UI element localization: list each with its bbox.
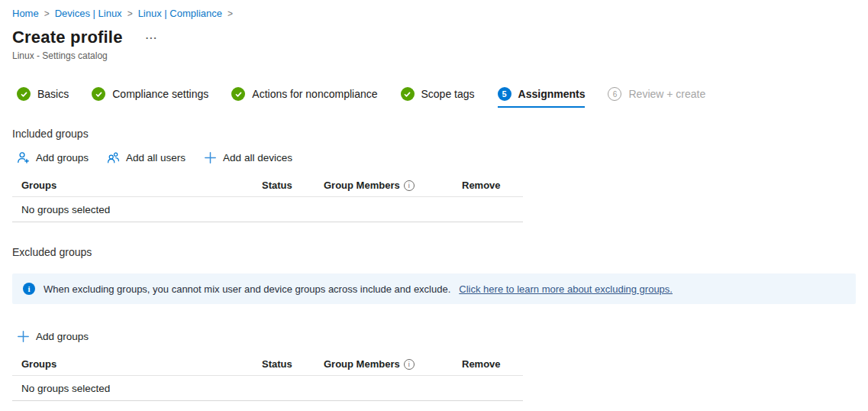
excluded-groups-label: Excluded groups [12, 246, 856, 258]
breadcrumb-separator: > [44, 8, 50, 19]
add-groups-label: Add groups [36, 331, 89, 342]
column-header-groups: Groups [12, 180, 262, 191]
column-header-status: Status [262, 358, 324, 370]
step-label: Assignments [518, 88, 586, 100]
breadcrumb: Home > Devices | Linux > Linux | Complia… [12, 8, 856, 19]
more-options-ellipsis-icon[interactable]: ··· [146, 33, 158, 43]
plus-icon [204, 151, 217, 164]
column-header-remove: Remove [462, 180, 523, 191]
page-title: Create profile [12, 28, 123, 47]
step-label: Scope tags [421, 88, 475, 100]
banner-text: When excluding groups, you cannot mix us… [44, 283, 450, 295]
column-header-remove: Remove [462, 358, 523, 370]
plus-icon [17, 330, 30, 343]
table-header: Groups Status Group Members i Remove [12, 353, 523, 376]
empty-state-text: No groups selected [12, 383, 110, 394]
column-header-status: Status [262, 180, 324, 191]
tab-compliance-settings[interactable]: Compliance settings [92, 87, 208, 108]
column-header-group-members: Group Members i [324, 358, 462, 370]
empty-state-text: No groups selected [12, 204, 110, 215]
breadcrumb-home[interactable]: Home [12, 8, 39, 19]
step-number-badge: 6 [608, 87, 621, 101]
person-add-icon [17, 151, 30, 164]
included-groups-label: Included groups [12, 128, 856, 140]
table-header: Groups Status Group Members i Remove [12, 174, 523, 197]
wizard-steps: Basics Compliance settings Actions for n… [12, 87, 856, 108]
info-icon[interactable]: i [404, 359, 415, 370]
add-groups-button-excluded[interactable]: Add groups [17, 330, 89, 343]
add-all-users-label: Add all users [126, 152, 186, 163]
add-all-users-button[interactable]: Add all users [107, 151, 186, 164]
tab-assignments[interactable]: 5 Assignments [498, 87, 586, 108]
excluded-groups-toolbar: Add groups [12, 330, 856, 343]
step-label: Review + create [628, 88, 705, 100]
breadcrumb-linux-compliance[interactable]: Linux | Compliance [138, 8, 222, 19]
breadcrumb-separator: > [227, 8, 233, 19]
people-icon [107, 151, 120, 164]
tab-scope-tags[interactable]: Scope tags [401, 87, 475, 108]
breadcrumb-separator: > [127, 8, 133, 19]
table-row: No groups selected [12, 197, 523, 222]
learn-more-link[interactable]: Click here to learn more about excluding… [459, 283, 673, 295]
check-icon [401, 87, 415, 101]
step-label: Basics [37, 88, 69, 100]
tab-basics[interactable]: Basics [17, 87, 69, 108]
step-label: Actions for noncompliance [252, 88, 377, 100]
table-row: No groups selected [12, 376, 523, 401]
check-icon [17, 87, 31, 101]
title-row: Create profile ··· [12, 28, 856, 47]
exclude-info-banner: i When excluding groups, you cannot mix … [12, 273, 856, 304]
create-profile-page: Home > Devices | Linux > Linux | Complia… [0, 0, 868, 401]
column-header-label: Group Members [324, 180, 400, 191]
check-icon [92, 87, 105, 101]
add-all-devices-label: Add all devices [223, 152, 292, 163]
included-groups-table: Groups Status Group Members i Remove No … [12, 174, 523, 222]
info-icon: i [23, 283, 35, 295]
tab-actions-for-noncompliance[interactable]: Actions for noncompliance [231, 87, 377, 108]
column-header-label: Group Members [324, 358, 400, 370]
add-groups-button[interactable]: Add groups [17, 151, 89, 164]
check-icon [231, 87, 245, 101]
excluded-groups-table: Groups Status Group Members i Remove No … [12, 353, 523, 401]
add-groups-label: Add groups [36, 152, 89, 163]
step-label: Compliance settings [112, 88, 208, 100]
page-subtitle: Linux - Settings catalog [12, 50, 856, 61]
tab-review-create[interactable]: 6 Review + create [608, 87, 705, 108]
column-header-group-members: Group Members i [324, 180, 462, 191]
included-groups-toolbar: Add groups Add all users Add all devices [12, 151, 856, 164]
add-all-devices-button[interactable]: Add all devices [204, 151, 292, 164]
column-header-groups: Groups [12, 358, 262, 370]
breadcrumb-devices-linux[interactable]: Devices | Linux [55, 8, 122, 19]
info-icon[interactable]: i [404, 180, 415, 191]
step-number-badge: 5 [498, 87, 511, 101]
